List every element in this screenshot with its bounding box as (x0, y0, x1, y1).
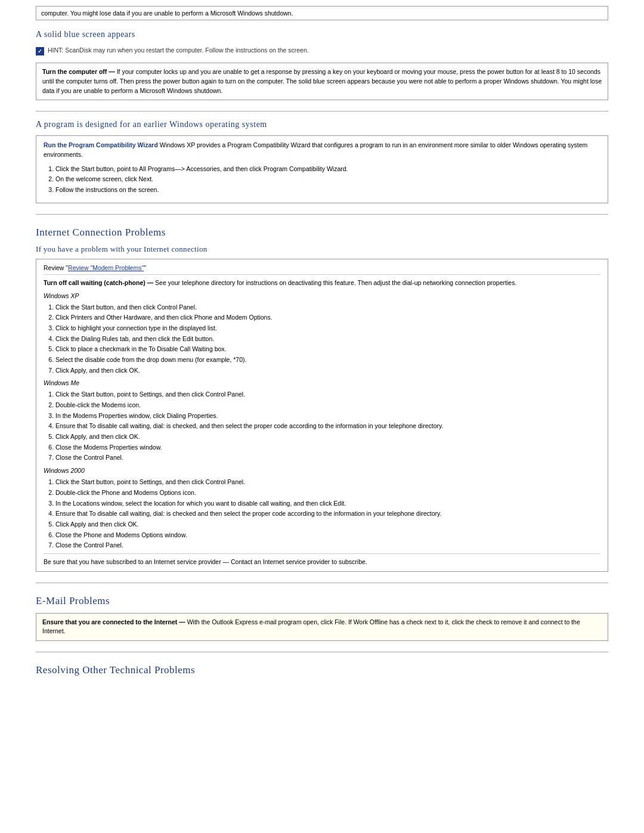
section1-info-box: Turn the computer off — If your computer… (36, 63, 608, 100)
be-sure-bold: Be sure that you have subscribed to an I… (44, 558, 229, 565)
section5-container: Resolving Other Technical Problems (36, 664, 608, 676)
list-item: Click the Start button, and then click C… (55, 303, 600, 312)
section3-heading: Internet Connection Problems (36, 227, 608, 239)
turn-off-bold: Turn off call waiting (catch-phone) — (44, 279, 153, 286)
section4-heading: E-Mail Problems (36, 595, 608, 607)
list-item: Click Printers and Other Hardware, and t… (55, 313, 600, 322)
hint-text: HINT: ScanDisk may run when you restart … (48, 47, 309, 54)
list-item: Click the Start button, point to All Pro… (55, 165, 600, 174)
hint-box: ✓ HINT: ScanDisk may run when you restar… (36, 45, 608, 57)
ensure-bold: Ensure that you are connected to the Int… (42, 618, 185, 625)
list-item: Ensure that To disable call waiting, dia… (55, 509, 600, 518)
section2-inner-text: Run the Program Compatibility Wizard Win… (44, 141, 600, 160)
section2-bold: Run the Program Compatibility Wizard (44, 141, 158, 148)
list-item: Click the Start button, point to Setting… (55, 390, 600, 399)
windows-xp-steps: Click the Start button, and then click C… (55, 303, 600, 375)
divider1 (36, 111, 608, 112)
review-line: Review "Review "Modem Problems"" (44, 264, 600, 275)
section1-bold: Turn the computer off — (42, 68, 115, 75)
divider2 (36, 214, 608, 215)
divider4 (36, 652, 608, 652)
list-item: Close the Control Panel. (55, 453, 600, 462)
section1-text: If your computer locks up and you are un… (42, 68, 602, 94)
section4-highlight-box: Ensure that you are connected to the Int… (36, 613, 608, 642)
list-item: Close the Phone and Modems Options windo… (55, 531, 600, 540)
list-item: Click Apply, and then click OK. (55, 432, 600, 441)
windows-me-steps: Click the Start button, point to Setting… (55, 390, 600, 462)
list-item: Double-click the Phone and Modems Option… (55, 488, 600, 497)
list-item: On the welcome screen, click Next. (55, 175, 600, 184)
top-banner-text: computer. You might lose data if you are… (41, 10, 293, 17)
review-label: Review " (44, 264, 68, 271)
section3-inner-box: Review "Review "Modem Problems"" Turn of… (36, 259, 608, 572)
windows-me-label: Windows Me (44, 379, 600, 386)
section3-container: Internet Connection Problems If you have… (36, 227, 608, 572)
turn-off-line: Turn off call waiting (catch-phone) — Se… (44, 278, 600, 287)
section4-container: E-Mail Problems Ensure that you are conn… (36, 595, 608, 642)
windows-2000-steps: Click the Start button, point to Setting… (55, 478, 600, 550)
page-container: computer. You might lose data if you are… (0, 0, 644, 706)
list-item: Double-click the Modems icon. (55, 401, 600, 410)
list-item: Click the Start button, point to Setting… (55, 478, 600, 487)
list-item: Click to place a checkmark in the To Dis… (55, 345, 600, 354)
list-item: In the Modems Properties window, click D… (55, 411, 600, 420)
list-item: Click Apply, and then click OK. (55, 366, 600, 375)
list-item: Click the Dialing Rules tab, and then cl… (55, 335, 600, 343)
list-item: Close the Modems Properties window. (55, 443, 600, 452)
divider3 (36, 583, 608, 583)
modem-problems-link[interactable]: Review "Modem Problems" (68, 264, 144, 271)
section5-heading: Resolving Other Technical Problems (36, 664, 608, 676)
list-item: Click to highlight your connection type … (55, 324, 600, 333)
windows-xp-label: Windows XP (44, 292, 600, 299)
list-item: In the Locations window, select the loca… (55, 499, 600, 508)
section2-inner-box: Run the Program Compatibility Wizard Win… (36, 135, 608, 203)
hint-icon: ✓ (36, 47, 44, 55)
list-item: Follow the instructions on the screen. (55, 185, 600, 194)
list-item: Select the disable code from the drop do… (55, 355, 600, 364)
list-item: Click Apply and then click OK. (55, 520, 600, 529)
list-item: Close the Control Panel. (55, 541, 600, 550)
section1-heading: A solid blue screen appears (36, 30, 608, 39)
turn-off-text: See your telephone directory for instruc… (153, 279, 516, 286)
section2-steps-list: Click the Start button, point to All Pro… (55, 165, 600, 194)
section3-sub-heading: If you have a problem with your Internet… (36, 244, 608, 254)
be-sure-text: Contact an Internet service provider to … (229, 558, 367, 565)
section2-heading: A program is designed for an earlier Win… (36, 120, 608, 129)
be-sure-line: Be sure that you have subscribed to an I… (44, 553, 600, 566)
top-banner: computer. You might lose data if you are… (36, 6, 608, 20)
windows-2000-label: Windows 2000 (44, 467, 600, 474)
list-item: Ensure that To disable call waiting, dia… (55, 422, 600, 431)
